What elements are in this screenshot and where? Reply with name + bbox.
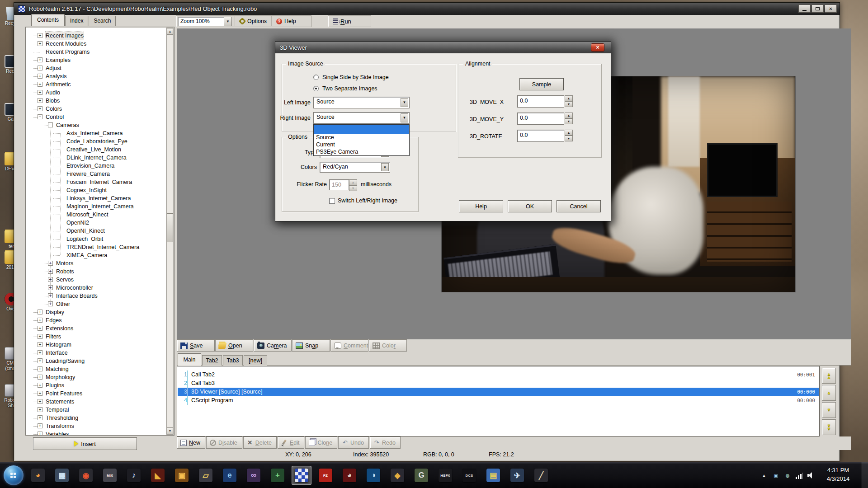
tree-expander-plus-icon[interactable]: + <box>38 399 42 404</box>
hidden-icons-chevron-icon[interactable]: ▲ <box>760 472 768 479</box>
show-desktop-button[interactable] <box>862 462 868 488</box>
tree-item[interactable]: Logitech_Orbit <box>27 235 162 243</box>
scroll-up-icon[interactable]: ▲ <box>167 28 173 35</box>
taskbar-icon-green-cross-app[interactable]: + <box>268 466 288 485</box>
tree-item[interactable]: Linksys_Internet_Camera <box>27 194 162 202</box>
zoom-select[interactable]: Zoom 100% ▼ <box>178 17 232 26</box>
tree-item[interactable]: +Recent Images <box>27 32 162 40</box>
tree-item[interactable]: +Temporal <box>27 406 162 414</box>
start-button[interactable] <box>4 465 24 485</box>
tree-expander-plus-icon[interactable]: + <box>38 310 42 314</box>
tree-item[interactable]: Microsoft_Kinect <box>27 211 162 219</box>
chevron-down-icon[interactable]: ▼ <box>401 98 408 107</box>
right-image-select[interactable]: Source ▼ <box>313 112 410 124</box>
tree-item[interactable]: +Extensions <box>27 324 162 333</box>
color-button[interactable]: Color <box>369 339 407 352</box>
open-button[interactable]: Open <box>215 339 253 352</box>
options-button[interactable]: Options <box>235 16 271 26</box>
taskbar-icon-calculator[interactable]: ▦ <box>52 466 72 485</box>
tree-expander-plus-icon[interactable]: + <box>38 375 42 380</box>
new-button[interactable]: New <box>177 436 205 449</box>
dialog-help-button[interactable]: Help <box>459 200 503 212</box>
taskbar-icon-compass-app[interactable]: ◈ <box>387 466 407 485</box>
tree-item[interactable]: −Cameras <box>27 121 162 129</box>
volume-icon[interactable] <box>807 472 815 479</box>
chevron-down-icon[interactable]: ▼ <box>401 113 408 122</box>
tree-item[interactable]: +Blobs <box>27 97 162 105</box>
program-row[interactable]: 2Call Tab3 <box>178 379 819 388</box>
tree-item[interactable]: DLink_Internet_Camera <box>27 154 162 162</box>
tree-item[interactable]: +Thresholding <box>27 414 162 422</box>
dropdown-item[interactable] <box>314 125 409 134</box>
taskbar-icon-orange-window-app[interactable]: ▣ <box>172 466 192 485</box>
tree-item[interactable]: +Histogram <box>27 341 162 349</box>
pipeline-tab-new[interactable]: [new] <box>244 355 267 366</box>
program-list[interactable]: 1Call Tab200:0012Call Tab333D Viewer [So… <box>177 366 820 436</box>
scrollbar-thumb[interactable] <box>167 213 173 242</box>
tree-expander-plus-icon[interactable]: + <box>38 57 42 62</box>
flicker-rate-input[interactable]: 150 <box>329 179 349 190</box>
camera-button[interactable]: Camera <box>254 339 292 352</box>
tree-expander-minus-icon[interactable]: − <box>48 122 53 127</box>
dialog-ok-button[interactable]: OK <box>508 200 552 212</box>
minimize-button[interactable] <box>798 5 811 13</box>
tree-item[interactable]: −Control <box>27 113 162 121</box>
tree-item[interactable]: +Statements <box>27 398 162 406</box>
taskbar-icon-mix-app[interactable]: MIX <box>100 466 120 485</box>
sample-button[interactable]: Sample <box>519 78 564 90</box>
tree-item[interactable]: +Morphology <box>27 373 162 381</box>
dropdown-item[interactable]: Current <box>314 141 409 148</box>
dropdown-item[interactable]: Source <box>314 134 409 141</box>
tree-expander-plus-icon[interactable]: + <box>38 334 42 339</box>
chevron-down-icon[interactable]: ▼ <box>224 17 231 26</box>
3d-move-y-input[interactable]: 0.0 <box>517 113 564 125</box>
taskbar-icon-daemon-red[interactable]: ◕ <box>340 466 359 485</box>
taskbar-icon-internet-explorer[interactable]: e <box>220 466 240 485</box>
tree-item[interactable]: +Interface Boards <box>27 292 162 300</box>
dropdown-item[interactable]: PS3Eye Camera <box>314 148 409 155</box>
taskbar-clock[interactable]: 4:31 PM 4/3/2014 <box>817 466 859 483</box>
help-button[interactable]: ? Help <box>271 16 301 26</box>
taskbar-icon-roborealm[interactable] <box>292 466 311 485</box>
tree-item[interactable]: +Other <box>27 300 162 308</box>
taskbar-icon-media-player[interactable]: ◕ <box>28 466 48 485</box>
tree-item[interactable]: Recent Programs <box>27 48 162 56</box>
disable-button[interactable]: Disable <box>206 436 242 449</box>
tree-item[interactable]: +Robots <box>27 267 162 276</box>
tree-expander-plus-icon[interactable]: + <box>38 66 42 70</box>
tree-expander-plus-icon[interactable]: + <box>38 106 42 111</box>
tree-scrollbar[interactable]: ▲ ▼ <box>166 28 174 435</box>
tree-item[interactable]: +Microcontroller <box>27 284 162 292</box>
tree-expander-plus-icon[interactable]: + <box>38 90 42 95</box>
clone-button[interactable]: Clone <box>305 436 337 449</box>
tree-expander-plus-icon[interactable]: + <box>38 98 42 103</box>
tree-expander-plus-icon[interactable]: + <box>38 415 42 420</box>
tree-expander-plus-icon[interactable]: + <box>38 318 42 323</box>
tray-icon[interactable]: ▣ <box>772 472 779 479</box>
tree-item[interactable]: +Interface <box>27 349 162 357</box>
3d-move-x-stepper[interactable]: ▲▼ <box>565 95 573 107</box>
scroll-down-icon[interactable]: ▼ <box>167 427 173 434</box>
3d-rotate-stepper[interactable]: ▲▼ <box>565 130 573 141</box>
tree-item[interactable]: +Edges <box>27 316 162 324</box>
tree-item[interactable]: XIMEA_Camera <box>27 251 162 259</box>
tree-item[interactable]: +Audio <box>27 89 162 97</box>
save-button[interactable]: Save <box>177 339 215 352</box>
taskbar-icon-red-browser[interactable]: ◉ <box>76 466 96 485</box>
tree-expander-plus-icon[interactable]: + <box>48 301 53 306</box>
snap-button[interactable]: Snap <box>292 339 330 352</box>
tree-item[interactable]: Cognex_InSight <box>27 186 162 194</box>
tree-expander-plus-icon[interactable]: + <box>38 33 42 38</box>
tree-expander-plus-icon[interactable]: + <box>48 277 53 282</box>
help-tab-search[interactable]: Search <box>89 16 116 26</box>
stepper-up-icon[interactable]: ▲ <box>565 113 573 118</box>
dialog-close-button[interactable]: × <box>591 43 604 52</box>
taskbar-icon-dcs-app[interactable]: DCS <box>459 466 479 485</box>
taskbar-icon-airplane-app[interactable]: ✈ <box>507 466 527 485</box>
flicker-rate-stepper[interactable]: ▲ ▼ <box>349 179 357 191</box>
tree-item[interactable]: +Point Features <box>27 389 162 398</box>
switch-left-right-checkbox[interactable] <box>329 198 335 204</box>
taskbar-icon-gimp[interactable]: G <box>411 466 431 485</box>
tree-item[interactable]: +Loading/Saving <box>27 357 162 365</box>
tree-expander-plus-icon[interactable]: + <box>38 358 42 363</box>
